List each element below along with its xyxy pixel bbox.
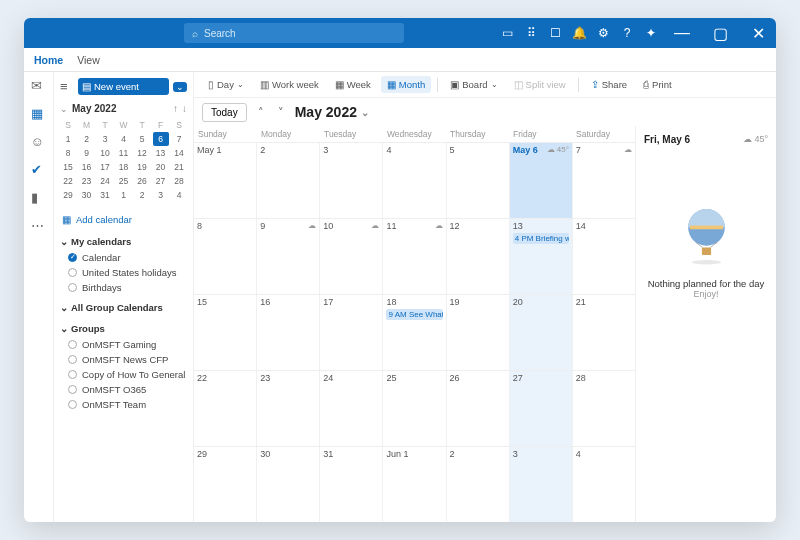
day-cell[interactable]: 15 (194, 295, 257, 370)
tab-home[interactable]: Home (34, 54, 63, 66)
hamburger-icon[interactable]: ≡ (60, 79, 74, 94)
mini-day[interactable]: 7 (171, 132, 187, 146)
new-event-dropdown[interactable]: ⌄ (173, 82, 187, 92)
day-cell[interactable]: 19 (447, 295, 510, 370)
calendar-checkbox[interactable] (68, 283, 77, 292)
day-cell[interactable]: 24 (320, 371, 383, 446)
more-icon[interactable]: ⋯ (31, 218, 47, 234)
mini-cal-prev[interactable]: ↑ (173, 103, 178, 114)
day-cell[interactable]: 2 (257, 143, 320, 218)
calendar-checkbox[interactable] (68, 400, 77, 409)
view-week[interactable]: ▦Week (329, 76, 377, 93)
calendar-checkbox[interactable] (68, 355, 77, 364)
notes-icon[interactable]: ☐ (548, 26, 562, 40)
people-icon[interactable]: ☺ (31, 134, 47, 150)
mini-day[interactable]: 20 (153, 160, 169, 174)
mini-day[interactable]: 19 (134, 160, 150, 174)
prev-month[interactable]: ˄ (255, 106, 267, 119)
day-cell[interactable]: 20 (510, 295, 573, 370)
calendar-checkbox[interactable] (68, 268, 77, 277)
mini-day[interactable]: 22 (60, 174, 76, 188)
day-cell[interactable]: 31 (320, 447, 383, 522)
teams-icon[interactable]: ⠿ (524, 26, 538, 40)
mini-day[interactable]: 16 (79, 160, 95, 174)
calendar-checkbox[interactable] (68, 385, 77, 394)
mini-day[interactable]: 24 (97, 174, 113, 188)
todo-icon[interactable]: ✔ (31, 162, 47, 178)
day-cell[interactable]: 21 (573, 295, 635, 370)
mini-day[interactable]: 5 (134, 132, 150, 146)
mini-day[interactable]: 30 (79, 188, 95, 202)
add-calendar-button[interactable]: ▦ Add calendar (54, 208, 193, 231)
mini-day[interactable]: 6 (153, 132, 169, 146)
day-cell[interactable]: 8 (194, 219, 257, 294)
mini-cal-next[interactable]: ↓ (182, 103, 187, 114)
view-month[interactable]: ▦Month (381, 76, 431, 93)
day-cell[interactable]: 30 (257, 447, 320, 522)
day-cell[interactable]: 10☁ (320, 219, 383, 294)
group-calendar-item[interactable]: OnMSFT O365 (60, 382, 187, 397)
calendar-checkbox[interactable] (68, 340, 77, 349)
day-cell[interactable]: Jun 1 (383, 447, 446, 522)
day-cell[interactable]: 134 PM Briefing wit (510, 219, 573, 294)
mini-day[interactable]: 17 (97, 160, 113, 174)
event-chip[interactable]: 4 PM Briefing wit (513, 233, 569, 244)
day-cell[interactable]: 12 (447, 219, 510, 294)
split-view[interactable]: ◫Split view (508, 76, 572, 93)
meet-icon[interactable]: ▭ (500, 26, 514, 40)
mini-day[interactable]: 11 (116, 146, 132, 160)
group-calendar-item[interactable]: OnMSFT Team (60, 397, 187, 412)
day-cell[interactable]: 28 (573, 371, 635, 446)
section-groups[interactable]: ⌄ Groups (60, 320, 187, 337)
day-cell[interactable]: 25 (383, 371, 446, 446)
day-cell[interactable]: May 6☁ 45° (510, 143, 573, 218)
day-cell[interactable]: 3 (510, 447, 573, 522)
minimize-button[interactable]: — (668, 18, 696, 48)
mini-day[interactable]: 18 (116, 160, 132, 174)
day-cell[interactable]: 2 (447, 447, 510, 522)
mini-day[interactable]: 4 (171, 188, 187, 202)
mini-day[interactable]: 3 (153, 188, 169, 202)
section-my-calendars[interactable]: ⌄ My calendars (60, 233, 187, 250)
mini-day[interactable]: 26 (134, 174, 150, 188)
help-icon[interactable]: ? (620, 26, 634, 40)
mini-day[interactable]: 25 (116, 174, 132, 188)
day-cell[interactable]: 17 (320, 295, 383, 370)
day-cell[interactable]: 22 (194, 371, 257, 446)
mini-day[interactable]: 1 (60, 132, 76, 146)
calendar-item[interactable]: Calendar (60, 250, 187, 265)
day-cell[interactable]: 9☁ (257, 219, 320, 294)
mini-day[interactable]: 31 (97, 188, 113, 202)
mini-day[interactable]: 29 (60, 188, 76, 202)
view-board[interactable]: ▣Board⌄ (444, 76, 503, 93)
tab-view[interactable]: View (77, 54, 100, 66)
search-input[interactable]: ⌕ Search (184, 23, 404, 43)
day-cell[interactable]: 27 (510, 371, 573, 446)
day-cell[interactable]: 11☁ (383, 219, 446, 294)
close-button[interactable]: ✕ (744, 18, 772, 48)
files-icon[interactable]: ▮ (31, 190, 47, 206)
new-event-button[interactable]: ▤ New event (78, 78, 169, 95)
mini-day[interactable]: 13 (153, 146, 169, 160)
group-calendar-item[interactable]: OnMSFT Gaming (60, 337, 187, 352)
calendar-item[interactable]: United States holidays (60, 265, 187, 280)
announce-icon[interactable]: ✦ (644, 26, 658, 40)
day-cell[interactable]: 26 (447, 371, 510, 446)
day-cell[interactable]: 16 (257, 295, 320, 370)
mini-day[interactable]: 4 (116, 132, 132, 146)
print-button[interactable]: ⎙Print (637, 76, 678, 93)
mini-day[interactable]: 3 (97, 132, 113, 146)
day-cell[interactable]: 189 AM See What's (383, 295, 446, 370)
day-cell[interactable]: 23 (257, 371, 320, 446)
calendar-checkbox[interactable] (68, 370, 77, 379)
mini-day[interactable]: 9 (79, 146, 95, 160)
mini-day[interactable]: 2 (79, 132, 95, 146)
day-cell[interactable]: 4 (573, 447, 635, 522)
mini-day[interactable]: 14 (171, 146, 187, 160)
calendar-icon[interactable]: ▦ (31, 106, 47, 122)
day-cell[interactable]: 29 (194, 447, 257, 522)
group-calendar-item[interactable]: OnMSFT News CFP (60, 352, 187, 367)
mini-day[interactable]: 8 (60, 146, 76, 160)
mini-day[interactable]: 21 (171, 160, 187, 174)
mini-day[interactable]: 15 (60, 160, 76, 174)
